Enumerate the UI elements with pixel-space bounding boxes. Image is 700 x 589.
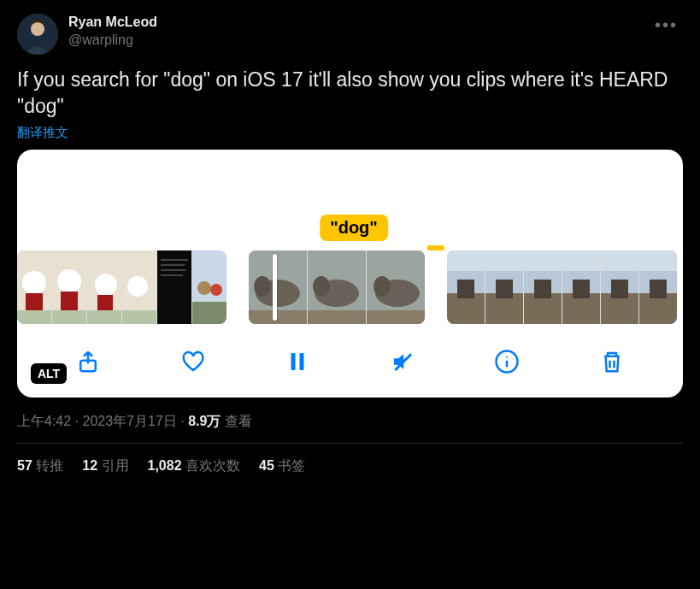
video-frame (157, 250, 191, 324)
tweet-header: Ryan McLeod @warpling ••• (17, 14, 683, 55)
speaker-muted-icon (390, 349, 415, 374)
share-button[interactable] (73, 346, 103, 377)
svg-rect-59 (639, 250, 677, 271)
video-frame (367, 250, 425, 324)
more-menu-button[interactable]: ••• (650, 14, 683, 37)
svg-rect-25 (192, 302, 226, 324)
pause-button[interactable] (282, 346, 313, 377)
svg-point-24 (210, 284, 222, 296)
svg-point-1 (31, 22, 44, 36)
video-frame (447, 250, 485, 324)
svg-rect-21 (161, 274, 183, 276)
svg-rect-29 (249, 310, 307, 324)
avatar-image (17, 14, 58, 55)
clip-thumbnail-group[interactable] (17, 250, 226, 324)
caption-marker (427, 245, 444, 250)
caption-tag: "dog" (320, 215, 388, 241)
svg-rect-20 (161, 269, 186, 271)
svg-point-68 (506, 356, 508, 357)
delete-button[interactable] (597, 346, 627, 377)
tweet-date[interactable]: 2023年7月17日 (82, 414, 176, 428)
svg-rect-17 (157, 250, 191, 324)
svg-point-15 (127, 276, 148, 297)
svg-point-32 (313, 276, 330, 297)
svg-point-11 (95, 274, 117, 296)
svg-rect-49 (534, 280, 551, 298)
svg-rect-12 (97, 295, 113, 310)
video-frame (485, 250, 523, 324)
svg-point-36 (374, 276, 391, 297)
svg-rect-53 (573, 280, 590, 298)
pause-icon (285, 349, 310, 374)
trash-icon (599, 349, 625, 374)
mute-button[interactable] (387, 346, 418, 377)
video-frame (52, 250, 86, 324)
svg-rect-51 (562, 250, 600, 271)
alt-badge[interactable]: ALT (31, 363, 67, 384)
video-frame (639, 250, 677, 324)
views-label: 查看 (225, 414, 252, 428)
video-frame (192, 250, 226, 324)
avatar[interactable] (17, 14, 58, 55)
svg-rect-4 (26, 293, 43, 310)
tweet-time[interactable]: 上午4:42 (17, 414, 71, 428)
views-count[interactable]: 8.9万 (188, 414, 221, 428)
svg-point-3 (22, 271, 46, 295)
svg-point-7 (57, 269, 81, 293)
video-frame (601, 250, 638, 324)
display-name[interactable]: Ryan McLeod (68, 14, 157, 32)
svg-rect-37 (367, 310, 425, 324)
heart-icon (180, 349, 206, 374)
bookmarks-stat[interactable]: 45 书签 (259, 457, 305, 475)
tweet-container: Ryan McLeod @warpling ••• If you search … (0, 0, 700, 491)
retweets-stat[interactable]: 57 转推 (17, 457, 63, 475)
video-frame (308, 250, 366, 324)
svg-rect-9 (52, 310, 86, 324)
tweet-meta: 上午4:42 · 2023年7月17日 · 8.9万 查看 (17, 413, 683, 431)
svg-rect-13 (87, 310, 121, 324)
svg-rect-57 (611, 280, 628, 298)
svg-rect-41 (457, 280, 474, 298)
svg-rect-8 (61, 292, 78, 310)
video-frame (122, 250, 156, 324)
svg-point-28 (254, 276, 271, 297)
clip-thumbnail-group[interactable] (447, 250, 677, 324)
video-frame (524, 250, 562, 324)
translate-link[interactable]: 翻译推文 (17, 125, 683, 141)
svg-rect-63 (291, 353, 296, 370)
video-frame (87, 250, 121, 324)
svg-rect-47 (524, 250, 562, 271)
info-icon (494, 349, 520, 374)
caption-tag-row: "dog" (17, 215, 683, 250)
video-frame (249, 250, 307, 324)
share-icon (75, 349, 101, 374)
svg-rect-43 (485, 250, 523, 271)
svg-rect-5 (17, 310, 51, 324)
media-card[interactable]: "dog" (17, 150, 683, 398)
user-names: Ryan McLeod @warpling (68, 14, 157, 50)
tweet-stats: 57 转推 12 引用 1,082 喜欢次数 45 书签 (17, 444, 683, 480)
like-button[interactable] (178, 346, 209, 377)
svg-rect-39 (447, 250, 485, 271)
svg-point-23 (197, 281, 211, 295)
media-toolbar (17, 324, 683, 382)
quotes-stat[interactable]: 12 引用 (82, 457, 128, 475)
svg-rect-19 (161, 264, 185, 266)
video-timelines[interactable] (17, 250, 683, 324)
svg-rect-55 (601, 250, 638, 271)
likes-stat[interactable]: 1,082 喜欢次数 (148, 457, 241, 475)
svg-rect-33 (308, 310, 366, 324)
svg-rect-64 (300, 353, 304, 370)
video-frame (17, 250, 51, 324)
info-button[interactable] (491, 346, 522, 377)
svg-rect-18 (161, 259, 188, 261)
clip-thumbnail-group[interactable] (249, 250, 425, 324)
user-handle[interactable]: @warpling (68, 32, 157, 50)
timeline-playhead[interactable] (273, 254, 277, 321)
media-top-space (17, 162, 683, 215)
tweet-text: If you search for "dog" on iOS 17 it'll … (17, 67, 683, 120)
svg-rect-16 (122, 310, 156, 324)
svg-rect-61 (650, 280, 667, 298)
svg-rect-45 (496, 280, 513, 298)
video-frame (562, 250, 600, 324)
